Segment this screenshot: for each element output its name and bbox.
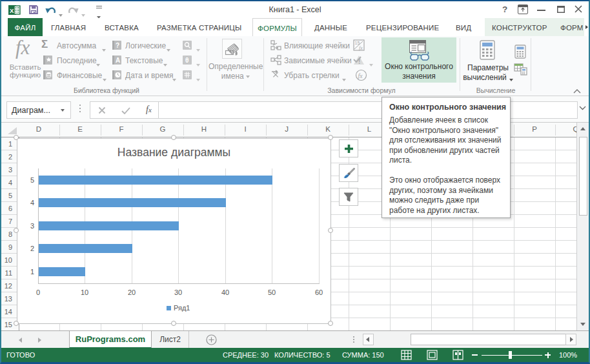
svg-text:fx: fx (358, 72, 363, 79)
svg-text:!: ! (358, 58, 360, 65)
svg-text:?: ? (116, 42, 119, 49)
svg-text:fx: fx (359, 45, 363, 51)
svg-text:θ: θ (185, 57, 188, 64)
svg-text:A: A (116, 57, 120, 64)
